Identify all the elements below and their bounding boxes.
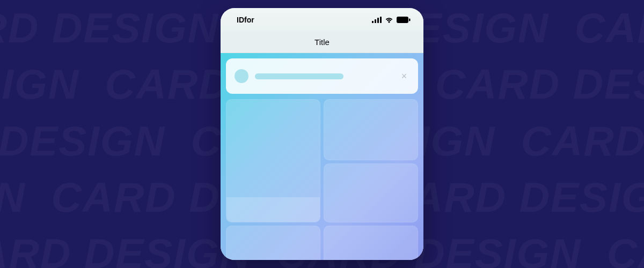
card-tile[interactable]: [226, 99, 320, 222]
battery-icon: [397, 17, 411, 23]
text-placeholder: [255, 73, 343, 79]
card-tile[interactable]: [324, 99, 418, 160]
svg-rect-5: [409, 19, 411, 21]
wifi-icon: [385, 17, 393, 23]
card-tile[interactable]: [324, 226, 418, 260]
svg-rect-0: [372, 21, 374, 23]
close-icon[interactable]: ×: [399, 71, 409, 81]
status-icons: [372, 17, 411, 23]
svg-rect-1: [375, 19, 376, 23]
card-tile[interactable]: [226, 226, 320, 260]
device-frame: IDfor Title ×: [221, 8, 423, 260]
svg-rect-4: [397, 17, 408, 23]
carrier-label: IDfor: [237, 16, 254, 24]
card-grid: [226, 99, 418, 255]
avatar-placeholder: [235, 69, 248, 83]
page-title: Title: [314, 38, 330, 47]
tile-footer: [226, 197, 320, 222]
card-tile[interactable]: [324, 163, 418, 222]
nav-bar: Title: [221, 32, 423, 53]
status-bar: IDfor: [221, 8, 423, 32]
svg-rect-3: [380, 17, 382, 23]
cellular-icon: [372, 17, 382, 23]
content-area: ×: [221, 53, 423, 260]
svg-rect-2: [377, 18, 379, 23]
search-card[interactable]: ×: [226, 58, 418, 94]
